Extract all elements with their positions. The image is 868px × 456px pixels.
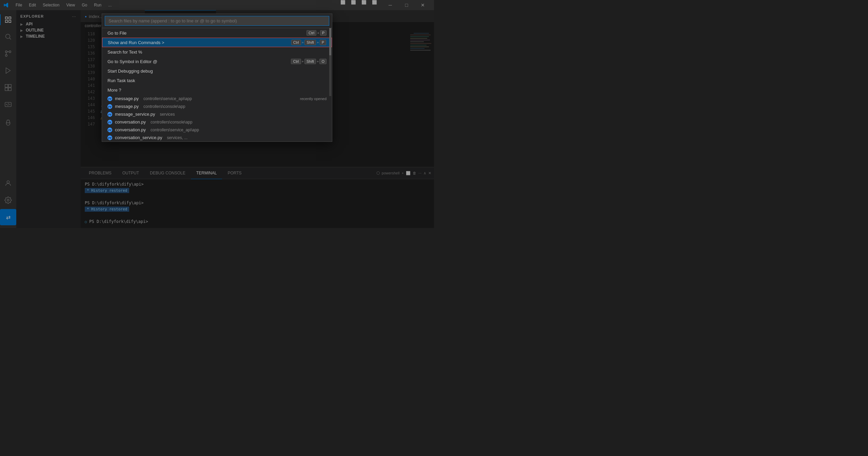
- file-icon-conversation-2: py: [107, 128, 112, 132]
- file-icon-conversation-service: py: [107, 135, 112, 140]
- cp-item-more-label: More ?: [107, 88, 327, 93]
- cp-item-show-commands[interactable]: Show and Run Commands > Ctrl + Shift + P: [102, 38, 332, 47]
- cp-item-more[interactable]: More ?: [102, 85, 332, 95]
- cp-item-run-task-label: Run Task task: [107, 78, 327, 83]
- cp-file-conversation-service[interactable]: py conversation_service.py services, ...: [102, 134, 332, 141]
- cp-item-start-debug-label: Start Debugging debug: [107, 69, 327, 74]
- cp-item-search-text[interactable]: Search for Text %: [102, 47, 332, 57]
- cp-file-message-py-1[interactable]: py message.py controllers\service_api\ap…: [102, 95, 332, 102]
- cp-file-name-3: message_service.py: [115, 112, 155, 117]
- cp-item-goto-symbol-label: Go to Symbol in Editor @: [107, 59, 291, 64]
- cp-item-search-text-label: Search for Text %: [107, 50, 327, 55]
- cp-shortcut-show-commands: Ctrl + Shift + P: [291, 40, 326, 45]
- file-icon-message-service: py: [107, 112, 112, 117]
- cp-file-name-5: conversation.py: [115, 127, 146, 132]
- command-palette: Go to File Ctrl + P Show and Run Command…: [102, 14, 332, 142]
- cp-file-path-1: controllers\service_api\app: [143, 96, 192, 101]
- cp-file-conversation-1[interactable]: py conversation.py controllers\console\a…: [102, 118, 332, 126]
- cp-scrollbar-thumb: [329, 28, 331, 55]
- cp-file-path-3: services: [160, 112, 175, 117]
- cp-item-goto-file-label: Go to File: [107, 31, 307, 36]
- cp-item-goto-file[interactable]: Go to File Ctrl + P: [102, 28, 332, 38]
- cp-file-conversation-2[interactable]: py conversation.py controllers\service_a…: [102, 126, 332, 134]
- recently-opened-label: recently opened: [300, 97, 327, 101]
- cp-item-show-commands-label: Show and Run Commands >: [108, 40, 291, 45]
- cp-file-name-4: conversation.py: [115, 119, 146, 125]
- file-icon-message-2: py: [107, 104, 112, 109]
- cp-shortcut-goto-symbol: Ctrl + Shift + O: [291, 59, 327, 64]
- command-palette-input[interactable]: [105, 16, 329, 26]
- cp-file-name-2: message.py: [115, 104, 139, 109]
- file-icon-message-1: py: [107, 96, 112, 101]
- cp-scrollbar[interactable]: [329, 28, 331, 96]
- cp-item-start-debug[interactable]: Start Debugging debug: [102, 66, 332, 76]
- file-icon-conversation-1: py: [107, 120, 112, 125]
- cp-file-name-6: conversation_service.py: [115, 135, 162, 140]
- cp-file-path-5: controllers\service_api\app: [151, 128, 199, 132]
- cp-file-path-6: services, ...: [167, 135, 188, 140]
- cp-file-path-2: controllers\console\app: [143, 104, 185, 109]
- cp-shortcut-goto-file: Ctrl + P: [307, 30, 327, 36]
- cp-file-name-1: message.py: [115, 96, 139, 101]
- cp-file-message-py-2[interactable]: py message.py controllers\console\app: [102, 102, 332, 110]
- cp-item-goto-symbol[interactable]: Go to Symbol in Editor @ Ctrl + Shift + …: [102, 57, 332, 66]
- cp-item-run-task[interactable]: Run Task task: [102, 76, 332, 85]
- cp-file-message-service[interactable]: py message_service.py services: [102, 110, 332, 118]
- cp-file-path-4: controllers\console\app: [151, 120, 192, 125]
